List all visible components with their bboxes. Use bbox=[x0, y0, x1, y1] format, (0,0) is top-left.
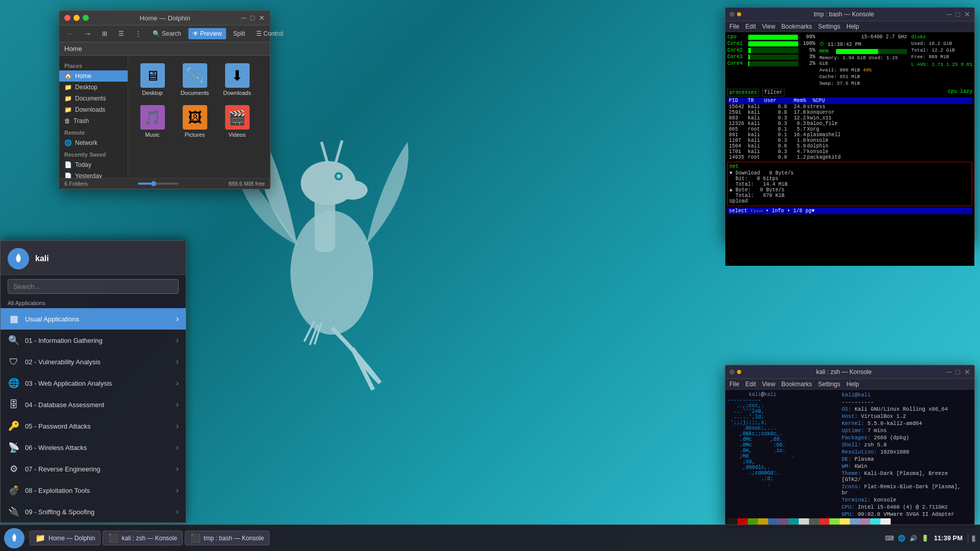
file-item-music[interactable]: 🎵 Music bbox=[133, 103, 172, 140]
app-launcher: kali All Applications ▦ Usual Applicatio… bbox=[0, 240, 186, 523]
htop-close-btn[interactable] bbox=[729, 12, 734, 17]
maximize-button[interactable] bbox=[83, 15, 89, 21]
search-button[interactable]: 🔍 Search bbox=[149, 28, 185, 39]
launcher-item-01[interactable]: 🔍 01 - Information Gathering › bbox=[1, 330, 186, 351]
launcher-search-input[interactable] bbox=[8, 279, 179, 294]
forward-button[interactable]: → bbox=[81, 28, 95, 39]
disk-free-row: Free: 889 MiB bbox=[911, 54, 972, 60]
proc-user: root bbox=[748, 155, 771, 160]
sidebar-item-home[interactable]: 🏠 Home bbox=[59, 70, 128, 82]
file-item-documents[interactable]: 📎 Documents bbox=[176, 61, 214, 98]
proc-cpu: 5.9 bbox=[788, 143, 806, 149]
preview-button[interactable]: 👁 Preview bbox=[188, 28, 226, 39]
htop-close-icon[interactable]: ✕ bbox=[964, 10, 970, 18]
process-table-header: PID TR User Mem% %CPU bbox=[727, 97, 972, 104]
launcher-item-usual[interactable]: ▦ Usual Applications › bbox=[1, 308, 186, 330]
svg-point-9 bbox=[13, 539, 16, 541]
zsh-shell-line: Shell: zsh 5.8 bbox=[842, 442, 970, 448]
zsh-menu-edit[interactable]: Edit bbox=[745, 381, 756, 388]
launcher-item-07[interactable]: ⚙ 07 - Reverse Engineering › bbox=[1, 458, 186, 480]
tray-battery-icon[interactable]: 🔋 bbox=[921, 535, 929, 542]
processes-tab[interactable]: processes bbox=[727, 89, 759, 96]
view-list-button[interactable]: ☰ bbox=[114, 28, 128, 39]
filter-tab[interactable]: filter bbox=[762, 89, 785, 96]
disks-section-label: disks bbox=[911, 34, 972, 40]
zsh-menu-view[interactable]: View bbox=[762, 381, 775, 388]
titlebar-collapse-icon[interactable]: ─ bbox=[241, 14, 247, 22]
proc-mem: 0.8 bbox=[772, 110, 787, 115]
file-item-downloads[interactable]: ⬇ Downloads bbox=[218, 61, 256, 98]
htop-menu-view[interactable]: View bbox=[762, 23, 775, 30]
taskbar-zsh-btn[interactable]: ⬛ kali : zsh — Konsole bbox=[103, 531, 183, 545]
htop-select-bar: select ↑↓←→ • info • 1/8 pg▼ bbox=[727, 208, 972, 214]
taskbar-bash-btn[interactable]: ⬛ tmp : bash — Konsole bbox=[185, 531, 270, 545]
close-button[interactable] bbox=[64, 15, 70, 21]
htop-min-icon[interactable]: ─ bbox=[947, 10, 952, 18]
launcher-item-04[interactable]: 🗄 04 - Database Assessment › bbox=[1, 394, 186, 415]
zsh-menu-help[interactable]: Help bbox=[846, 381, 859, 388]
reverse-eng-icon: ⚙ bbox=[8, 463, 20, 475]
zsh-dot[interactable] bbox=[729, 369, 734, 374]
htop-menu-file[interactable]: File bbox=[729, 23, 739, 30]
taskbar-dolphin-btn[interactable]: 📁 Home — Dolphin bbox=[30, 531, 101, 545]
sidebar-item-today[interactable]: 📄 Today bbox=[59, 159, 128, 170]
mem-avail: 806 MiB bbox=[840, 67, 860, 73]
launcher-item-05[interactable]: 🔑 05 - Password Attacks › bbox=[1, 415, 186, 437]
file-item-videos[interactable]: 🎬 Videos bbox=[218, 103, 256, 140]
zsh-menu-settings[interactable]: Settings bbox=[818, 381, 840, 388]
usual-apps-arrow-icon: › bbox=[176, 314, 179, 323]
split-button[interactable]: Split bbox=[229, 28, 249, 39]
zsh-menu-bookmarks[interactable]: Bookmarks bbox=[781, 381, 812, 388]
htop-max-icon[interactable]: □ bbox=[956, 10, 960, 18]
tray-keyboard-icon[interactable]: ⌨ bbox=[885, 535, 894, 542]
tray-network-icon[interactable]: 🌐 bbox=[898, 535, 905, 542]
control-icon: ☰ bbox=[256, 30, 262, 37]
zoom-slider[interactable] bbox=[138, 183, 179, 185]
launcher-item-02[interactable]: 🛡 02 - Vulnerability Analysis › bbox=[1, 351, 186, 372]
show-desktop-icon[interactable]: ▮ bbox=[968, 533, 976, 543]
cpu-row-4: Core4 2% bbox=[727, 61, 815, 66]
launcher-item-06[interactable]: 📡 06 - Wireless Attacks › bbox=[1, 437, 186, 458]
sidebar-item-desktop[interactable]: 📁 Desktop bbox=[59, 82, 128, 93]
cpu-lazy-tab[interactable]: cpu lazy bbox=[948, 89, 972, 96]
htop-menu-bookmarks[interactable]: Bookmarks bbox=[781, 23, 812, 30]
control-button[interactable]: ☰ Control bbox=[252, 28, 287, 39]
kali-logo-icon bbox=[11, 252, 26, 266]
launcher-item-09[interactable]: 🔌 09 - Sniffing & Spoofing › bbox=[1, 501, 186, 522]
sidebar-item-yesterday[interactable]: 📄 Yesterday bbox=[59, 170, 128, 178]
wireless-label: 06 - Wireless Attacks bbox=[25, 444, 87, 452]
sidebar-item-downloads[interactable]: 📁 Downloads bbox=[59, 104, 128, 115]
sidebar-item-trash[interactable]: 🗑 Trash bbox=[59, 115, 128, 127]
downloads-icon: ⬇ bbox=[225, 63, 250, 88]
zsh-gpu-key: GPU: bbox=[842, 511, 858, 516]
sidebar-item-documents[interactable]: 📁 Documents bbox=[59, 93, 128, 104]
back-button[interactable]: ← bbox=[63, 28, 78, 39]
sidebar-item-network[interactable]: 🌐 Network bbox=[59, 137, 128, 148]
htop-menu-settings[interactable]: Settings bbox=[818, 23, 840, 30]
view-compact-button[interactable]: ⋮ bbox=[131, 28, 145, 39]
proc-mem: 0.1 bbox=[772, 132, 787, 138]
htop-time: 11:39:42 PM bbox=[827, 42, 861, 47]
titlebar-expand-icon[interactable]: □ bbox=[251, 14, 255, 22]
proc-user: kali bbox=[748, 138, 771, 143]
file-item-pictures[interactable]: 🖼 Pictures bbox=[176, 103, 214, 140]
file-item-desktop[interactable]: 🖥 Desktop bbox=[133, 61, 172, 98]
titlebar-close-icon[interactable]: ✕ bbox=[259, 14, 265, 22]
address-bar[interactable]: Home bbox=[59, 42, 270, 56]
htop-menu-edit[interactable]: Edit bbox=[745, 23, 756, 30]
tray-volume-icon[interactable]: 🔊 bbox=[910, 535, 917, 542]
zsh-min-icon[interactable]: ─ bbox=[947, 368, 952, 376]
process-row: 14935 root 0.0 1.2 packagekitd bbox=[727, 155, 972, 160]
htop-menu-help[interactable]: Help bbox=[846, 23, 859, 30]
launcher-item-08[interactable]: 💣 08 - Exploitation Tools › bbox=[1, 480, 186, 501]
dolphin-titlebar: Home — Dolphin ─ □ ✕ bbox=[59, 11, 270, 26]
zsh-menu-file[interactable]: File bbox=[729, 381, 739, 388]
zsh-max-icon[interactable]: □ bbox=[956, 368, 960, 376]
zsh-close-icon[interactable]: ✕ bbox=[964, 368, 970, 376]
proc-mem: 0.6 bbox=[772, 143, 787, 149]
kde-menu-button[interactable] bbox=[4, 528, 24, 548]
minimize-button[interactable] bbox=[74, 15, 80, 21]
launcher-item-03[interactable]: 🌐 03 - Web Application Analysis › bbox=[1, 372, 186, 394]
zsh-wm-line: WM: KWin bbox=[842, 463, 970, 469]
view-icons-button[interactable]: ⊞ bbox=[98, 28, 111, 39]
